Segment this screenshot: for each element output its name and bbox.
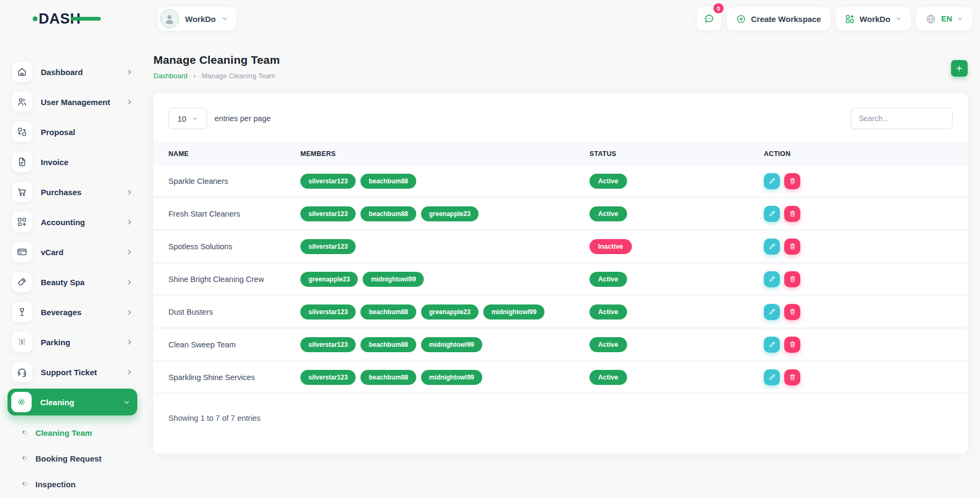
team-status-cell: Active: [590, 174, 764, 189]
sidebar-item-label: vCard: [41, 248, 64, 257]
team-members: silverstar123 beachbum88 greenapple23: [300, 206, 590, 221]
create-workspace-button[interactable]: Create Workspace: [727, 7, 830, 31]
workspace-menu-button[interactable]: WorkDo: [836, 7, 911, 31]
chevron-right-icon: [126, 279, 133, 286]
entries-per-page-select[interactable]: 10: [168, 108, 207, 129]
donut-bullet-icon: [21, 429, 28, 436]
member-badge: silverstar123: [300, 337, 356, 352]
delete-button[interactable]: [784, 271, 800, 287]
edit-button[interactable]: [764, 304, 780, 320]
sidebar-item[interactable]: User Management: [12, 87, 133, 117]
edit-button[interactable]: [764, 369, 780, 385]
status-badge: Inactive: [590, 239, 632, 254]
edit-button[interactable]: [764, 206, 780, 222]
team-members: silverstar123 beachbum88 midnightowl99: [300, 337, 590, 352]
trash-icon: [789, 177, 797, 185]
edit-button[interactable]: [764, 337, 780, 353]
sidebar-item-icon-box: [12, 362, 32, 382]
sidebar-item[interactable]: Cleaning: [8, 389, 137, 415]
table-header-row: NAME MEMBERS STATUS ACTION: [153, 142, 968, 166]
pencil-icon: [768, 210, 776, 218]
sidebar-item-label: Proposal: [41, 128, 75, 137]
add-team-button[interactable]: [951, 60, 968, 77]
table-footer-summary: Showing 1 to 7 of 7 entries: [153, 395, 968, 454]
sidebar-item-icon-box: [12, 122, 32, 142]
language-selector[interactable]: EN: [916, 7, 972, 31]
breadcrumb-item[interactable]: Manage Cleaning Team: [188, 72, 275, 80]
entries-per-page-label: entries per page: [215, 114, 271, 123]
dash-logo-icon: DASH: [32, 8, 102, 28]
delete-button[interactable]: [784, 304, 800, 320]
sidebar-subitem[interactable]: Booking Request: [21, 445, 133, 471]
status-badge: Active: [590, 304, 627, 319]
member-badge: beachbum88: [360, 304, 416, 319]
sidebar-item[interactable]: Purchases: [12, 177, 133, 207]
member-badge: silverstar123: [300, 174, 356, 189]
team-name: Spotless Solutions: [168, 242, 300, 251]
edit-button[interactable]: [764, 173, 780, 189]
sidebar-item-label: Support Ticket: [41, 368, 97, 377]
team-members: silverstar123 beachbum88 greenapple23 mi…: [300, 304, 590, 319]
delete-button[interactable]: [784, 173, 800, 189]
team-members: silverstar123 beachbum88 midnightowl99: [300, 370, 590, 385]
messages-button[interactable]: 0: [697, 7, 721, 31]
sidebar-item[interactable]: Dashboard: [12, 57, 133, 87]
sidebar-item-label: Invoice: [41, 158, 69, 167]
table-row: Sparkling Shine Services silverstar123 b…: [153, 362, 968, 395]
edit-button[interactable]: [764, 271, 780, 287]
chevron-right-icon: [126, 219, 133, 226]
breadcrumb-item[interactable]: Dashboard: [153, 72, 188, 80]
sidebar-item[interactable]: Proposal: [12, 117, 133, 147]
row-actions: [764, 206, 953, 222]
create-workspace-label: Create Workspace: [751, 14, 821, 24]
sidebar-item-label: Beverages: [41, 308, 82, 317]
pencil-icon: [768, 340, 776, 348]
member-badge: midnightowl99: [363, 272, 424, 287]
team-name: Dust Busters: [168, 308, 300, 316]
sidebar-item[interactable]: Beauty Spa: [12, 267, 133, 297]
member-badge: midnightowl99: [483, 304, 544, 319]
delete-button[interactable]: [784, 239, 800, 255]
table-row: Fresh Start Cleaners silverstar123 beach…: [153, 198, 968, 231]
topbar: DASH WorkDo 0 Create Workspace WorkDo EN: [0, 0, 980, 38]
sidebar-item-label: Purchases: [41, 188, 82, 197]
breadcrumb: Dashboard Manage Cleaning Team: [153, 72, 280, 80]
workspace-switcher[interactable]: WorkDo: [158, 7, 237, 31]
delete-button[interactable]: [784, 369, 800, 385]
language-code: EN: [941, 14, 952, 23]
delete-button[interactable]: [784, 337, 800, 353]
sidebar-item-icon-box: [12, 302, 32, 322]
member-badge: greenapple23: [421, 206, 478, 221]
sidebar-item[interactable]: Parking: [12, 327, 133, 357]
sidebar-item-label: Accounting: [41, 218, 85, 227]
team-name: Clean Sweep Team: [168, 340, 300, 349]
trash-icon: [789, 210, 797, 218]
search-input[interactable]: [851, 108, 953, 129]
sidebar-subitem[interactable]: Cleaning Team: [21, 420, 133, 445]
row-actions: [764, 304, 953, 320]
page-title: Manage Cleaning Team: [153, 54, 280, 66]
chevron-right-icon: [126, 339, 133, 346]
member-badge: midnightowl99: [421, 337, 482, 352]
sidebar-subitem[interactable]: Inspection: [21, 471, 133, 497]
edit-button[interactable]: [764, 239, 780, 255]
donut-bullet-icon: [21, 455, 28, 462]
sidebar-item[interactable]: Accounting: [12, 207, 133, 237]
member-badge: greenapple23: [300, 272, 358, 287]
sidebar-item[interactable]: Beverages: [12, 297, 133, 327]
delete-button[interactable]: [784, 206, 800, 222]
plus-circle-icon: [736, 14, 746, 24]
row-actions: [764, 369, 953, 385]
row-actions: [764, 173, 953, 189]
sidebar-item-label: Dashboard: [41, 68, 83, 77]
trash-icon: [789, 308, 797, 316]
trash-icon: [789, 340, 797, 348]
table-row: Sparkle Cleaners silverstar123 beachbum8…: [153, 166, 968, 198]
plus-icon: [955, 64, 963, 72]
sidebar-item[interactable]: Invoice: [12, 147, 133, 177]
sidebar-item[interactable]: Support Ticket: [12, 357, 133, 387]
sidebar-item[interactable]: vCard: [12, 237, 133, 267]
sidebar-item-icon-box: [12, 212, 32, 232]
chevron-right-icon: [126, 249, 133, 256]
member-badge: beachbum88: [360, 370, 416, 385]
